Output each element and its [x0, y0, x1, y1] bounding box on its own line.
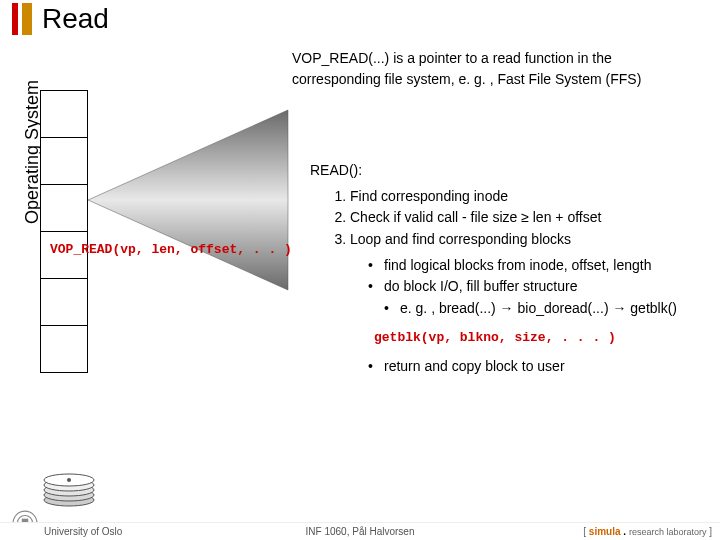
desc-line: corresponding file system, e. g. , Fast …: [292, 69, 710, 90]
bullet-item: return and copy block to user: [368, 356, 712, 378]
footer-lab: [ simula . research laboratory ]: [583, 526, 712, 537]
stack-cell: [40, 90, 88, 138]
bracket-close: ]: [706, 526, 712, 537]
vop-read-call: VOP_READ(vp, len, offset, . . ): [50, 242, 292, 257]
desc-line: VOP_READ(...) is a pointer to a read fun…: [292, 48, 710, 69]
getblk-call: getblk(vp, blkno, size, . . . ): [310, 328, 712, 348]
svg-point-6: [67, 478, 71, 482]
title-accent-red: [12, 3, 18, 35]
svg-marker-0: [88, 110, 288, 290]
stack-cell: [40, 137, 88, 185]
last-bullet: return and copy block to user: [310, 356, 712, 378]
footer-course: INF 1060, Pål Halvorsen: [306, 526, 415, 537]
step-item: Check if valid call - file size ≥ len + …: [350, 207, 712, 229]
os-vertical-label: Operating System: [22, 0, 43, 80]
stack-cell: [40, 278, 88, 326]
read-steps: Find corresponding inode Check if valid …: [310, 186, 712, 251]
read-header: READ():: [310, 160, 712, 182]
bullet-item: find logical blocks from inode, offset, …: [368, 255, 712, 277]
bullet-item: do block I/O, fill buffer structure: [368, 276, 712, 298]
disk-stack-icon: [42, 468, 96, 508]
footer-university: University of Oslo: [44, 526, 122, 537]
bullet-item: e. g. , bread(...) → bio_doread(...) → g…: [368, 298, 712, 320]
cone-icon: [88, 100, 298, 300]
vop-description: VOP_READ(...) is a pointer to a read fun…: [292, 48, 710, 90]
stack-cell: [40, 184, 88, 232]
brand-simula: simula: [589, 526, 621, 537]
slide-title: Read: [42, 3, 109, 35]
brand-lab: research laboratory: [629, 527, 707, 537]
brand-dot: .: [621, 526, 629, 537]
title-bar: Read: [0, 0, 720, 38]
layer-stack: [40, 90, 88, 372]
sub-bullets: find logical blocks from inode, offset, …: [310, 255, 712, 320]
step-item: Find corresponding inode: [350, 186, 712, 208]
stack-cell: [40, 325, 88, 373]
step-item: Loop and find corresponding blocks: [350, 229, 712, 251]
read-function-block: READ(): Find corresponding inode Check i…: [310, 160, 712, 378]
footer: University of Oslo INF 1060, Pål Halvors…: [0, 522, 720, 540]
